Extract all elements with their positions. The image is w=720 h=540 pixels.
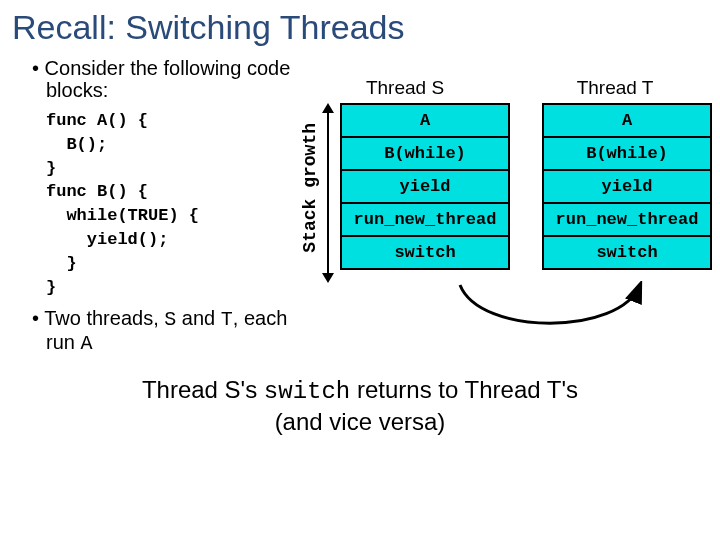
stack-t: A B(while) yield run_new_thread switch xyxy=(542,103,712,270)
slide-title: Recall: Switching Threads xyxy=(0,0,720,51)
stack-cell: A xyxy=(544,105,710,138)
thread-t-header: Thread T xyxy=(530,77,700,99)
b2-s: S xyxy=(164,308,176,331)
stack-cell: A xyxy=(342,105,508,138)
stack-s: A B(while) yield run_new_thread switch xyxy=(340,103,510,270)
stacks-area: Stack growth A B(while) yield run_new_th… xyxy=(300,103,720,293)
stack-cell: run_new_thread xyxy=(544,204,710,237)
bl1-post: returns to Thread T's xyxy=(350,376,578,403)
arrow-down-icon xyxy=(322,273,334,283)
content-area: Consider the following code blocks: func… xyxy=(0,51,720,363)
b2-t: T xyxy=(221,308,233,331)
bl2: (and vice versa) xyxy=(275,408,446,435)
b2-mid: and xyxy=(176,307,220,329)
curved-arrow-icon xyxy=(420,281,680,341)
thread-headers: Thread S Thread T xyxy=(300,77,720,99)
stack-cell: B(while) xyxy=(544,138,710,171)
stack-cell: yield xyxy=(544,171,710,204)
stack-cell: switch xyxy=(544,237,710,268)
bl1-mono: switch xyxy=(264,378,350,405)
right-column: Thread S Thread T Stack growth A B(while… xyxy=(300,51,720,363)
stack-cell: B(while) xyxy=(342,138,508,171)
arrow-line xyxy=(327,113,329,273)
stack-growth-arrow xyxy=(322,93,334,293)
arrow-up-icon xyxy=(322,103,334,113)
bl1-pre: Thread S's xyxy=(142,376,264,403)
stack-growth-label: Stack growth xyxy=(300,123,320,253)
left-column: Consider the following code blocks: func… xyxy=(20,51,300,363)
bullet-consider: Consider the following code blocks: xyxy=(20,57,300,101)
b2-pre: Two threads, xyxy=(44,307,164,329)
bullet-two-threads: Two threads, S and T, each run A xyxy=(20,307,300,355)
stack-cell: switch xyxy=(342,237,508,268)
stacks-container: A B(while) yield run_new_thread switch A… xyxy=(340,103,712,270)
bottom-caption: Thread S's switch returns to Thread T's … xyxy=(10,375,710,437)
code-block: func A() { B(); } func B() { while(TRUE)… xyxy=(46,109,300,299)
thread-s-header: Thread S xyxy=(320,77,490,99)
stack-cell: yield xyxy=(342,171,508,204)
b2-a: A xyxy=(80,332,92,355)
stack-cell: run_new_thread xyxy=(342,204,508,237)
